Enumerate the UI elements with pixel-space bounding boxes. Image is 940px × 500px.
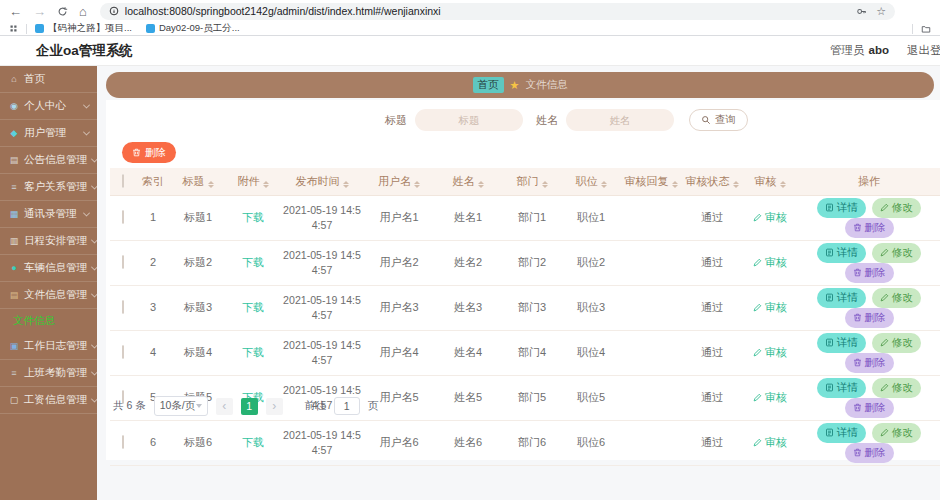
search-button[interactable]: 查询 [689,109,748,131]
bookmark-star-icon[interactable]: ☆ [876,5,886,18]
download-link[interactable]: 下载 [242,301,264,313]
password-key-icon[interactable] [856,6,867,17]
sort-carets[interactable] [733,181,739,188]
column-header-time[interactable]: 发布时间 [280,168,364,195]
column-header-title[interactable]: 标题 [170,168,226,195]
column-header-audit[interactable]: 审核 [742,168,798,195]
sidebar-item[interactable]: ≡客户关系管理 [0,174,97,201]
page-size-select[interactable]: 10条/页 [154,396,208,416]
forward-icon[interactable]: → [33,5,46,18]
sort-carets[interactable] [343,181,349,188]
edit-button[interactable]: 修改 [872,378,921,398]
audit-link[interactable]: 审核 [753,210,787,225]
edit-button[interactable]: 修改 [872,423,921,443]
row-checkbox[interactable] [122,255,124,269]
row-checkbox[interactable] [122,300,124,314]
current-page-button[interactable]: 1 [241,398,258,415]
vehicle-icon: ● [9,263,19,273]
column-header-attachment[interactable]: 附件 [226,168,280,195]
download-link[interactable]: 下载 [242,436,264,448]
sidebar-item[interactable]: ◆用户管理 [0,120,97,147]
next-page-button[interactable]: › [266,398,283,415]
column-header-name[interactable]: 姓名 [434,168,502,195]
column-header-audit_reply[interactable]: 审核回复 [620,168,682,195]
edit-button[interactable]: 修改 [872,288,921,308]
delete-button[interactable]: 删除 [845,263,894,283]
sort-carets[interactable] [542,181,548,188]
sort-carets[interactable] [478,181,484,188]
audit-link[interactable]: 审核 [753,300,787,315]
row-checkbox[interactable] [122,435,124,449]
bookmark-item[interactable]: 【码神之路】项目... [35,22,132,35]
name-filter-input[interactable] [566,109,674,131]
edit-button[interactable]: 修改 [872,198,921,218]
sort-carets[interactable] [672,181,678,188]
column-header-position[interactable]: 职位 [562,168,620,195]
edit-button[interactable]: 修改 [872,243,921,263]
cell-position: 职位1 [562,195,620,240]
sidebar-item[interactable]: ◉个人中心 [0,93,97,120]
download-link[interactable]: 下载 [242,256,264,268]
title-filter-input[interactable] [415,109,523,131]
sidebar-item[interactable]: ▦通讯录管理 [0,201,97,228]
download-link[interactable]: 下载 [242,211,264,223]
logout-button[interactable]: 退出登录 [907,43,940,58]
sort-carets[interactable] [780,181,786,188]
sidebar-item[interactable]: ≡上班考勤管理 [0,360,97,387]
row-checkbox[interactable] [122,345,124,359]
sidebar-subitem[interactable]: 文件信息 [0,309,97,333]
detail-button[interactable]: 详情 [817,198,866,218]
delete-button[interactable]: 删除 [845,353,894,373]
pencil-icon [753,303,762,312]
audit-link[interactable]: 审核 [753,435,787,450]
bookmark-item[interactable]: Day02-09-员工分... [146,22,240,35]
detail-button[interactable]: 详情 [817,423,866,443]
audit-link[interactable]: 审核 [753,345,787,360]
sidebar-item[interactable]: ▣工作日志管理 [0,333,97,360]
detail-button[interactable]: 详情 [817,288,866,308]
chevron-down-icon [83,209,90,216]
sidebar-item[interactable]: ▤文件信息管理 [0,282,97,309]
sort-carets[interactable] [263,181,269,188]
column-header-username[interactable]: 用户名 [364,168,434,195]
delete-button[interactable]: 删除 [845,443,894,463]
bulk-delete-button[interactable]: 删除 [122,142,176,163]
prev-page-button[interactable]: ‹ [216,398,233,415]
detail-button[interactable]: 详情 [817,378,866,398]
breadcrumb-home[interactable]: 首页 [473,77,504,93]
download-link[interactable]: 下载 [242,346,264,358]
total-count: 共 6 条 [113,399,146,413]
back-icon[interactable]: ← [9,5,22,18]
sidebar-item[interactable]: ▢工资信息管理 [0,387,97,414]
sidebar-item[interactable]: ⌂首页 [0,66,97,93]
delete-button[interactable]: 删除 [845,308,894,328]
apps-grid-icon[interactable] [9,24,18,33]
site-info-icon[interactable] [109,6,119,16]
cell-actions: 详情修改删除 [798,285,940,330]
sort-carets[interactable] [601,181,607,188]
cell-audit: 审核 [742,330,798,375]
sort-carets[interactable] [414,181,420,188]
home-icon[interactable]: ⌂ [79,5,87,18]
column-header-checkbox[interactable] [110,168,136,195]
column-header-audit_status[interactable]: 审核状态 [682,168,742,195]
edit-button[interactable]: 修改 [872,333,921,353]
detail-button[interactable]: 详情 [817,243,866,263]
sidebar-item[interactable]: ▥日程安排管理 [0,228,97,255]
audit-link[interactable]: 审核 [753,255,787,270]
other-bookmarks-folder-icon[interactable] [921,24,931,34]
select-all-checkbox[interactable] [122,174,124,188]
sort-carets[interactable] [208,181,214,188]
address-bar[interactable]: localhost:8080/springboot2142g/admin/dis… [100,3,895,20]
trash-icon [853,313,862,322]
refresh-icon[interactable] [57,6,68,17]
delete-button[interactable]: 删除 [845,398,894,418]
sidebar-item[interactable]: ●车辆信息管理 [0,255,97,282]
column-header-dept[interactable]: 部门 [502,168,562,195]
row-checkbox[interactable] [122,210,124,224]
delete-button[interactable]: 删除 [845,218,894,238]
detail-button[interactable]: 详情 [817,333,866,353]
goto-page-input[interactable] [334,397,360,415]
sidebar-item[interactable]: ▤公告信息管理 [0,147,97,174]
audit-link[interactable]: 审核 [753,390,787,405]
